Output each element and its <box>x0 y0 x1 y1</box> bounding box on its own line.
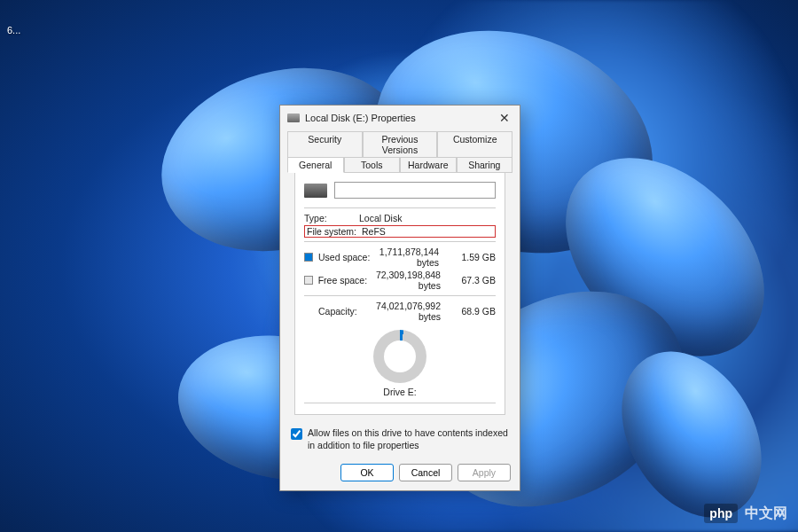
tab-previous-versions[interactable]: Previous Versions <box>363 131 438 157</box>
capacity-row: Capacity: 74,021,076,992 bytes 68.9 GB <box>304 300 496 323</box>
ok-button[interactable]: OK <box>340 464 394 481</box>
apply-button[interactable]: Apply <box>458 464 511 481</box>
close-button[interactable]: ✕ <box>497 110 512 126</box>
tab-sharing[interactable]: Sharing <box>457 157 513 173</box>
free-label: Free space: <box>318 275 376 286</box>
desktop-background: 6... Local Disk (E:) Properties ✕ Securi… <box>0 0 798 532</box>
divider <box>304 207 496 208</box>
watermark: php 中文网 <box>704 504 787 523</box>
watermark-text: 中文网 <box>745 505 787 523</box>
type-label: Type: <box>304 213 359 223</box>
filesystem-highlight: File system: ReFS <box>304 225 496 238</box>
capacity-label: Capacity: <box>318 306 376 317</box>
divider <box>304 295 496 296</box>
free-gb: 67.3 GB <box>455 275 496 286</box>
tabs: Security Previous Versions Customize Gen… <box>280 129 520 415</box>
tab-general[interactable]: General <box>287 157 344 173</box>
dialog-buttons: OK Cancel Apply <box>280 460 520 490</box>
drive-name-input[interactable] <box>334 182 496 199</box>
indexing-checkbox[interactable] <box>291 428 302 440</box>
capacity-bytes: 74,021,076,992 bytes <box>376 301 455 322</box>
tab-security[interactable]: Security <box>287 131 363 157</box>
filesystem-label: File system: <box>307 226 362 237</box>
used-space-row: Used space: 1,711,878,144 bytes 1.59 GB <box>304 246 496 269</box>
used-label: Used space: <box>318 252 379 262</box>
used-gb: 1.59 GB <box>453 252 496 262</box>
titlebar[interactable]: Local Disk (E:) Properties ✕ <box>280 106 520 129</box>
type-value: Local Disk <box>359 213 496 223</box>
filesystem-value: ReFS <box>362 226 493 237</box>
properties-dialog: Local Disk (E:) Properties ✕ Security Pr… <box>279 105 520 491</box>
divider <box>304 241 496 242</box>
used-bytes: 1,711,878,144 bytes <box>379 246 453 268</box>
usage-pie-icon <box>373 330 426 383</box>
capacity-gb: 68.9 GB <box>455 306 496 317</box>
drive-icon-large <box>304 184 327 198</box>
tab-hardware[interactable]: Hardware <box>400 157 457 173</box>
divider <box>304 403 496 403</box>
indexing-option: Allow files on this drive to have conten… <box>280 415 520 460</box>
drive-letter-label: Drive E: <box>304 387 496 397</box>
desktop-icon-1[interactable]: 6... <box>7 25 20 35</box>
type-row: Type: Local Disk <box>304 212 496 224</box>
tab-tools[interactable]: Tools <box>344 157 401 173</box>
watermark-logo: php <box>704 504 738 523</box>
tab-customize[interactable]: Customize <box>437 131 512 157</box>
free-bytes: 72,309,198,848 bytes <box>376 270 455 291</box>
drive-icon <box>287 113 300 122</box>
free-space-row: Free space: 72,309,198,848 bytes 67.3 GB <box>304 269 496 292</box>
free-swatch-icon <box>304 276 313 285</box>
tab-content-general: Type: Local Disk File system: ReFS Used … <box>294 173 505 415</box>
indexing-label[interactable]: Allow files on this drive to have conten… <box>308 427 509 451</box>
window-title: Local Disk (E:) Properties <box>305 113 416 123</box>
used-swatch-icon <box>304 253 313 262</box>
cancel-button[interactable]: Cancel <box>399 464 452 481</box>
